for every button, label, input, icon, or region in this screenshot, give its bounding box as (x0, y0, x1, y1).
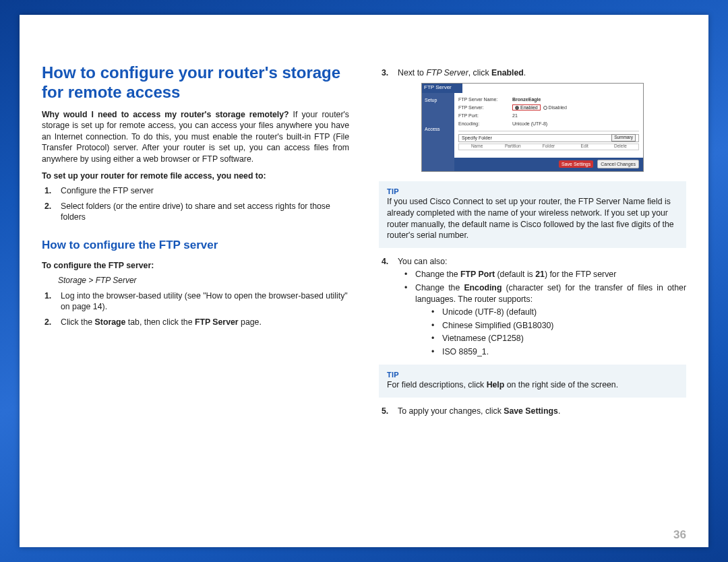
router-tab: FTP Server (422, 84, 462, 93)
tip-body-1: If you used Cisco Connect to set up your… (387, 196, 678, 241)
right-list-top: Next to FTP Server, click Enabled. (379, 67, 686, 79)
save-settings-button: Save Settings (559, 160, 593, 168)
enc-utf8: Unicode (UTF-8) (default) (438, 307, 686, 318)
right-list-5: To apply your changes, click Save Settin… (379, 406, 686, 417)
encoding-list: Unicode (UTF-8) (default) Chinese Simpli… (415, 307, 686, 357)
enc-gb: Chinese Simplified (GB18030) (438, 320, 686, 332)
step-4-sublist: Change the FTP Port (default is 21) for … (398, 269, 686, 357)
page-number: 36 (673, 528, 686, 542)
router-admin-screenshot: FTP Server Setup Access FTP Server Name:… (421, 83, 644, 172)
content-area: How to configure your router's storage f… (42, 49, 686, 535)
step-3: Next to FTP Server, click Enabled. (392, 67, 686, 79)
header-left: Linksys E1550 (36, 26, 115, 40)
tip-heading: Tip (387, 187, 678, 197)
cfg-step-1: Log into the browser-based utility (see … (55, 290, 349, 313)
enabled-highlight: Enabled (512, 104, 541, 111)
tip-box-1: Tip If you used Cisco Connect to set up … (379, 181, 686, 248)
encoding-item: Change the Encoding (character set) for … (411, 282, 686, 358)
enc-iso: ISO 8859_1. (438, 346, 686, 358)
intro-paragraph: Why would I need to access my router's s… (42, 109, 349, 165)
cfg-lead: To configure the FTP server: (42, 260, 349, 272)
page-header: Linksys E1550 Using an External Drive (36, 26, 692, 40)
step-5: To apply your changes, click Save Settin… (392, 406, 686, 417)
router-side-access: Access (422, 122, 454, 136)
cancel-changes-button: Cancel Changes (597, 160, 639, 168)
breadcrumb: Storage > FTP Server (58, 275, 349, 286)
specify-folder-row: Specify Folder Summary (458, 134, 639, 142)
enc-vn: Vietnamese (CP1258) (438, 333, 686, 344)
intro-question: Why would I need to access my router's s… (42, 110, 289, 119)
setup-lead: To set up your router for remote file ac… (42, 170, 349, 182)
setup-step-1: Configure the FTP server (55, 185, 349, 197)
right-column: Next to FTP Server, click Enabled. FTP S… (379, 49, 686, 535)
step-4: You can also: Change the FTP Port (defau… (392, 256, 686, 358)
setup-list: Configure the FTP server Select folders … (42, 185, 349, 223)
left-column: How to configure your router's storage f… (42, 49, 349, 535)
tip-body-2: For field descriptions, click Help on th… (387, 379, 678, 391)
setup-step-2: Select folders (or the entire drive) to … (55, 201, 349, 223)
router-sidebar: Setup Access (422, 93, 454, 171)
section-heading: How to configure the FTP server (42, 238, 349, 253)
router-footer: Save Settings Cancel Changes (454, 158, 643, 171)
folder-table-head: Name Partition Folder Edit Delete (458, 144, 639, 150)
ftp-port-item: Change the FTP Port (default is 21) for … (411, 269, 686, 280)
cfg-step-2: Click the Storage tab, then click the FT… (55, 317, 349, 328)
tip-heading-2: Tip (387, 370, 678, 380)
router-side-setup: Setup (422, 93, 454, 107)
page-title: How to configure your router's storage f… (42, 63, 349, 102)
header-right: Using an External Drive (564, 26, 692, 40)
tip-box-2: Tip For field descriptions, click Help o… (379, 365, 686, 398)
right-list-4: You can also: Change the FTP Port (defau… (379, 256, 686, 358)
summary-button: Summary (611, 134, 636, 142)
cfg-list: Log into the browser-based utility (see … (42, 290, 349, 328)
